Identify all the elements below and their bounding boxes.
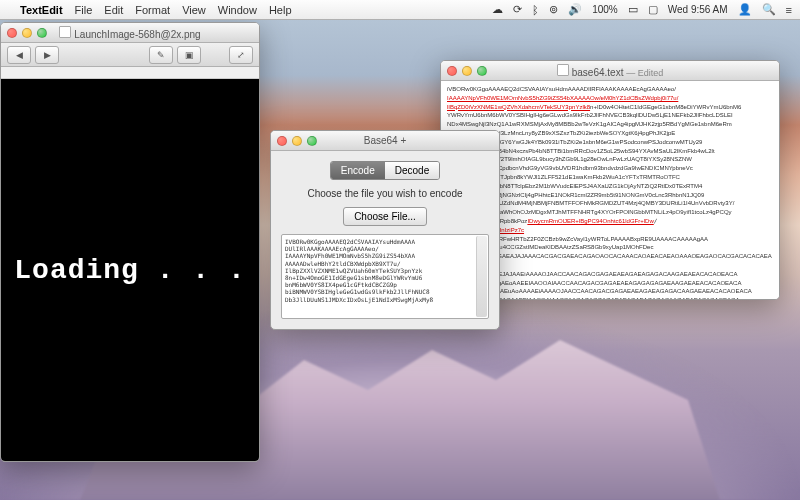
menu-edit[interactable]: Edit xyxy=(104,4,123,16)
clock[interactable]: Wed 9:56 AM xyxy=(668,4,728,15)
battery-percent: 100% xyxy=(592,4,618,15)
base64-titlebar[interactable]: Base64 + xyxy=(271,131,499,151)
close-button[interactable] xyxy=(277,136,287,146)
spotlight-icon[interactable]: 🔍 xyxy=(762,3,776,16)
minimize-button[interactable] xyxy=(292,136,302,146)
cloud-icon[interactable]: ☁ xyxy=(492,3,503,16)
close-button[interactable] xyxy=(447,66,457,76)
menu-file[interactable]: File xyxy=(75,4,93,16)
back-button[interactable]: ◀ xyxy=(7,46,31,64)
bluetooth-icon[interactable]: ᛒ xyxy=(532,4,539,16)
edit-button[interactable]: ✎ xyxy=(149,46,173,64)
xcode-toolbar: ◀ ▶ ✎ ▣ ⤢ xyxy=(1,43,259,67)
zoom-button[interactable] xyxy=(477,66,487,76)
edited-indicator: — Edited xyxy=(626,68,663,78)
battery-icon[interactable]: ▭ xyxy=(628,3,638,16)
minimize-button[interactable] xyxy=(22,28,32,38)
encode-tab[interactable]: Encode xyxy=(331,162,385,179)
textedit-titlebar[interactable]: base64.text — Edited xyxy=(441,61,779,81)
close-button[interactable] xyxy=(7,28,17,38)
decode-tab[interactable]: Decode xyxy=(385,162,439,179)
macos-menubar: TextEdit File Edit Format View Window He… xyxy=(0,0,800,20)
document-icon xyxy=(59,26,71,38)
instruction-text: Choose the file you wish to encode xyxy=(307,188,462,199)
launch-image-preview: Loading . . . xyxy=(1,79,259,461)
xcode-tab-title: LaunchImage-568h@2x.png xyxy=(74,29,200,40)
textedit-title: base64.text xyxy=(572,67,624,78)
zoom-button[interactable] xyxy=(37,28,47,38)
xcode-titlebar[interactable]: LaunchImage-568h@2x.png xyxy=(1,23,259,43)
minimize-button[interactable] xyxy=(462,66,472,76)
menu-help[interactable]: Help xyxy=(269,4,292,16)
airplay-icon[interactable]: ▢ xyxy=(648,3,658,16)
app-name[interactable]: TextEdit xyxy=(20,4,63,16)
user-icon[interactable]: 👤 xyxy=(738,3,752,16)
document-icon xyxy=(557,64,569,76)
forward-button[interactable]: ▶ xyxy=(35,46,59,64)
zoom-button[interactable] xyxy=(307,136,317,146)
xcode-window: LaunchImage-568h@2x.png ◀ ▶ ✎ ▣ ⤢ Loadin… xyxy=(0,22,260,462)
toolbar-button[interactable]: ▣ xyxy=(177,46,201,64)
sync-icon[interactable]: ⟳ xyxy=(513,3,522,16)
menu-window[interactable]: Window xyxy=(218,4,257,16)
volume-icon[interactable]: 🔊 xyxy=(568,3,582,16)
spellcheck-error: IDwycmRmOlJER+lBgPC94Onhtc61ldGFr+lDw xyxy=(527,218,653,224)
base64-output-textarea[interactable]: IVBORw0KGgoAAAAEQ2dCSVAAIAYsuHdmAAAADUlI… xyxy=(281,234,489,319)
spellcheck-error: lIBqZD0iVzXNME1wQZVhXdahcmVTekSUY3pnYzlk… xyxy=(447,104,590,110)
menu-view[interactable]: View xyxy=(182,4,206,16)
loading-text: Loading . . . xyxy=(14,255,245,286)
wifi-icon[interactable]: ⊚ xyxy=(549,3,558,16)
menu-format[interactable]: Format xyxy=(135,4,170,16)
notifications-icon[interactable]: ≡ xyxy=(786,4,792,16)
xcode-subheader xyxy=(1,67,259,79)
choose-file-button[interactable]: Choose File... xyxy=(343,207,427,226)
spellcheck-error: IAAAAYNpVFh0WE1MOmNvbS5hZG9iZS54bXAAAAOw… xyxy=(447,95,678,101)
encode-decode-segment: Encode Decode xyxy=(330,161,440,180)
base64-app-window: Base64 + Encode Decode Choose the file y… xyxy=(270,130,500,330)
expand-button[interactable]: ⤢ xyxy=(229,46,253,64)
